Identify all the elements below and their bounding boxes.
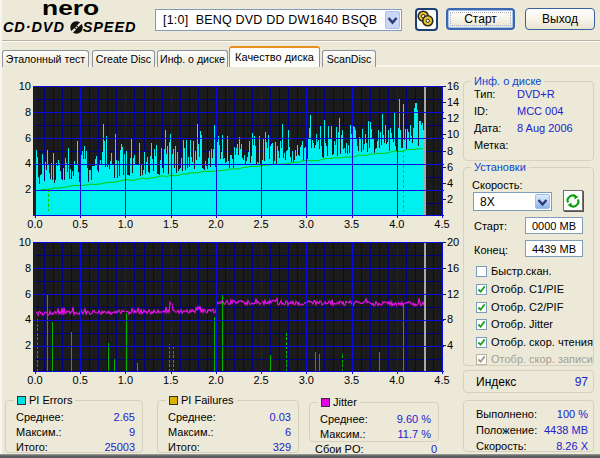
svg-text:4: 4	[25, 313, 31, 325]
svg-text:10: 10	[447, 128, 459, 140]
svg-text:4.5: 4.5	[434, 218, 449, 230]
svg-text:8: 8	[447, 313, 453, 325]
svg-text:3.0: 3.0	[299, 218, 314, 230]
svg-text:8: 8	[25, 262, 31, 274]
svg-text:2: 2	[25, 183, 31, 195]
svg-text:20: 20	[447, 236, 459, 248]
svg-text:1.5: 1.5	[163, 218, 178, 230]
svg-text:2: 2	[25, 339, 31, 351]
svg-text:16: 16	[447, 80, 459, 92]
svg-text:12: 12	[447, 288, 459, 300]
svg-text:6: 6	[25, 288, 31, 300]
svg-text:4.0: 4.0	[389, 218, 404, 230]
svg-text:2: 2	[447, 193, 453, 205]
svg-text:14: 14	[447, 96, 459, 108]
svg-text:4: 4	[447, 177, 453, 189]
svg-text:2.0: 2.0	[208, 218, 223, 230]
svg-text:0.0: 0.0	[27, 218, 42, 230]
svg-text:16: 16	[447, 262, 459, 274]
svg-text:1.0: 1.0	[118, 218, 133, 230]
svg-text:3.5: 3.5	[344, 218, 359, 230]
svg-text:10: 10	[19, 236, 31, 248]
svg-text:8: 8	[447, 145, 453, 157]
svg-text:8: 8	[25, 106, 31, 118]
svg-text:4: 4	[25, 157, 31, 169]
svg-text:2.5: 2.5	[253, 218, 268, 230]
svg-text:12: 12	[447, 112, 459, 124]
svg-text:6: 6	[447, 161, 453, 173]
svg-text:10: 10	[19, 80, 31, 92]
svg-text:0.5: 0.5	[73, 218, 88, 230]
svg-text:4: 4	[447, 339, 453, 351]
svg-text:6: 6	[25, 132, 31, 144]
